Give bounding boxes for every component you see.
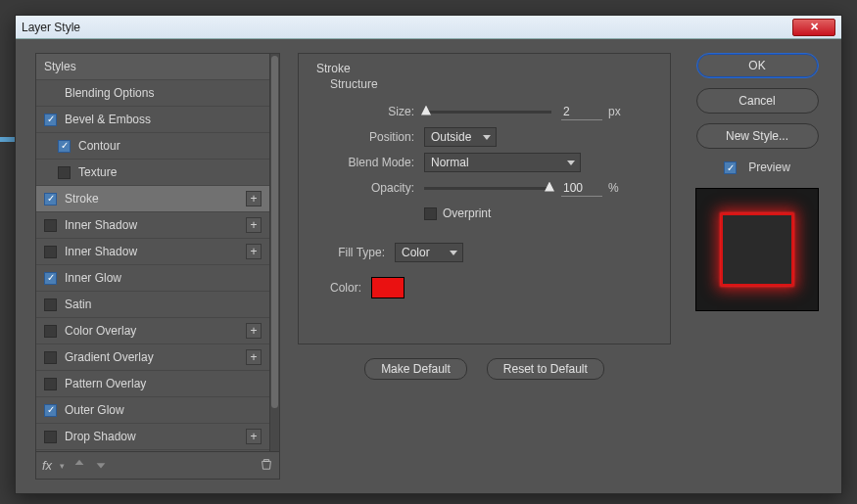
size-label: Size: [316,105,424,118]
preview-thumbnail [695,188,819,311]
canvas-edge [0,137,15,142]
style-item-inner-shadow[interactable]: Inner Shadow+ [36,212,269,239]
make-default-button[interactable]: Make Default [364,358,467,380]
style-item-satin[interactable]: Satin [36,292,269,318]
add-effect-button[interactable]: + [246,244,262,259]
dialog-title: Layer Style [22,21,80,34]
fill-type-value: Color [402,246,430,259]
reset-default-label: Reset to Default [503,362,588,376]
titlebar[interactable]: Layer Style ✕ [16,16,841,39]
ok-label: OK [748,59,765,72]
opacity-unit: % [608,181,619,195]
position-label: Position: [316,130,424,144]
cancel-button[interactable]: Cancel [696,88,819,114]
reset-default-button[interactable]: Reset to Default [487,358,604,380]
style-checkbox[interactable] [44,219,57,232]
style-item-label: Satin [65,298,262,311]
style-item-texture[interactable]: Texture [36,160,269,186]
plus-icon: + [250,324,257,338]
preview-checkbox[interactable] [724,161,737,174]
style-item-label: Texture [78,165,262,179]
style-checkbox[interactable] [44,378,57,390]
style-item-label: Gradient Overlay [65,350,246,364]
opacity-label: Opacity: [316,181,424,195]
add-effect-button[interactable]: + [246,217,262,233]
fill-type-label: Fill Type: [316,246,395,259]
style-checkbox[interactable] [44,431,57,443]
window-close-button[interactable]: ✕ [792,19,835,36]
blend-mode-value: Normal [431,156,469,169]
add-effect-button[interactable]: + [246,191,262,206]
chevron-down-icon: ▾ [60,461,65,471]
blend-mode-label: Blend Mode: [316,156,424,169]
ok-button[interactable]: OK [696,53,819,78]
style-checkbox[interactable] [44,325,57,338]
chevron-down-icon [567,160,575,165]
preview-shape [721,213,793,286]
style-item-label: Bevel & Emboss [65,113,262,126]
position-select[interactable]: Outside [424,127,497,147]
styles-scrollbar[interactable] [269,54,279,451]
style-item-contour[interactable]: Contour [36,133,269,160]
style-checkbox[interactable] [44,298,57,311]
cancel-label: Cancel [738,94,775,108]
make-default-label: Make Default [381,362,451,376]
delete-button[interactable] [260,457,273,475]
style-item-color-overlay[interactable]: Color Overlay+ [36,318,269,344]
chevron-down-icon [450,251,457,255]
style-item-pattern-overlay[interactable]: Pattern Overlay [36,371,269,397]
style-checkbox[interactable] [44,404,57,417]
style-item-bevel-emboss[interactable]: Bevel & Emboss [36,107,269,133]
style-item-blending-options[interactable]: Blending Options [36,80,269,107]
styles-list: StylesBlending OptionsBevel & EmbossCont… [36,54,269,451]
styles-header-label: Styles [44,60,262,73]
size-unit: px [608,105,621,118]
close-icon: ✕ [810,21,819,33]
style-checkbox[interactable] [44,114,57,126]
style-item-outer-glow[interactable]: Outer Glow [36,397,269,424]
scrollbar-thumb[interactable] [271,56,278,408]
size-input[interactable] [561,103,602,120]
position-value: Outside [431,130,471,144]
style-checkbox[interactable] [44,272,57,285]
style-item-label: Inner Shadow [65,245,246,258]
style-item-label: Inner Glow [65,271,262,285]
add-effect-button[interactable]: + [246,429,262,444]
add-effect-button[interactable]: + [246,349,262,365]
style-item-inner-glow[interactable]: Inner Glow [36,265,269,292]
fill-type-select[interactable]: Color [395,243,463,262]
style-item-label: Outer Glow [65,403,262,417]
panel-title: Stroke [316,62,652,75]
arrow-down-icon [94,457,108,471]
move-up-button[interactable] [72,457,86,475]
new-style-button[interactable]: New Style... [696,123,819,149]
color-label: Color: [316,281,371,295]
opacity-slider[interactable] [424,187,551,190]
style-checkbox[interactable] [58,166,71,179]
arrow-up-icon [72,457,86,471]
styles-header[interactable]: Styles [36,54,269,80]
style-item-stroke[interactable]: Stroke+ [36,186,269,212]
style-item-inner-shadow[interactable]: Inner Shadow+ [36,239,269,265]
color-swatch[interactable] [371,277,405,298]
structure-label: Structure [330,77,652,91]
fx-menu-button[interactable]: fx [42,458,52,473]
slider-thumb-icon[interactable] [545,182,554,192]
style-checkbox[interactable] [44,246,57,258]
plus-icon: + [250,218,257,232]
move-down-button[interactable] [94,457,108,475]
opacity-input[interactable] [561,179,602,197]
overprint-checkbox[interactable] [424,207,437,220]
size-slider[interactable] [424,111,551,114]
style-checkbox[interactable] [58,140,71,153]
overprint-label: Overprint [443,206,491,220]
style-item-drop-shadow[interactable]: Drop Shadow+ [36,424,269,450]
style-checkbox[interactable] [44,351,57,364]
stroke-panel: Stroke Structure Size: px Position: Outs… [298,53,671,344]
style-checkbox[interactable] [44,193,57,206]
layer-style-dialog: Layer Style ✕ StylesBlending OptionsBeve… [15,15,842,494]
blend-mode-select[interactable]: Normal [424,153,581,172]
style-item-gradient-overlay[interactable]: Gradient Overlay+ [36,344,269,371]
style-item-label: Pattern Overlay [65,377,262,390]
add-effect-button[interactable]: + [246,323,262,339]
